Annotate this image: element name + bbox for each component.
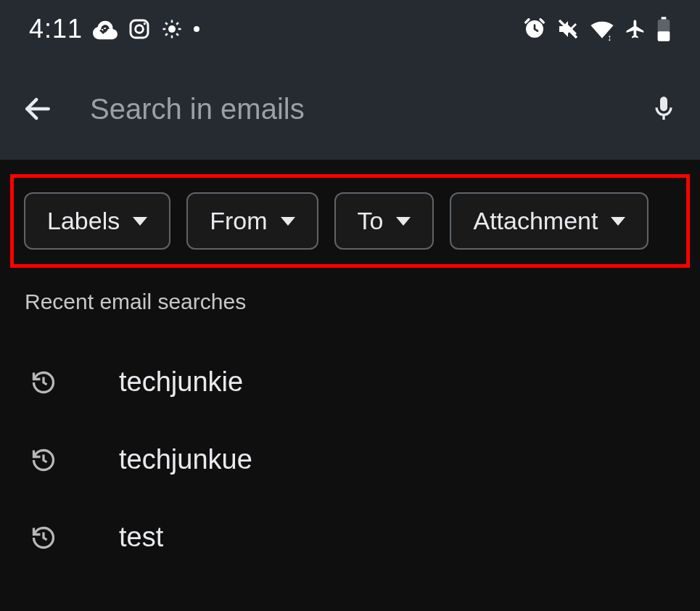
- mic-button[interactable]: [649, 91, 678, 126]
- svg-text:↕: ↕: [607, 32, 612, 41]
- recent-text: test: [119, 522, 163, 553]
- filter-label: To: [358, 207, 384, 235]
- alarm-icon: [523, 17, 546, 41]
- search-input[interactable]: [90, 93, 613, 126]
- filter-chip-to[interactable]: To: [334, 192, 435, 250]
- filter-chip-from[interactable]: From: [186, 192, 318, 250]
- recent-item[interactable]: techjunkie: [25, 343, 675, 421]
- svg-line-10: [165, 33, 168, 36]
- history-icon: [30, 369, 57, 395]
- recent-item[interactable]: techjunkue: [25, 421, 675, 499]
- recent-text: techjunkie: [119, 366, 243, 398]
- chevron-down-icon: [396, 217, 411, 226]
- svg-rect-18: [658, 31, 670, 41]
- history-icon: [30, 447, 57, 473]
- svg-line-9: [176, 33, 178, 36]
- status-right: ↕: [523, 17, 671, 41]
- recent-section: Recent email searches techjunkie techjun…: [0, 268, 700, 576]
- svg-point-2: [144, 22, 146, 25]
- status-bar: 4:11 ↕: [0, 0, 700, 58]
- chevron-down-icon: [611, 217, 625, 226]
- mute-icon: [556, 17, 580, 41]
- filter-chip-labels[interactable]: Labels: [24, 192, 170, 250]
- filter-label: Attachment: [473, 207, 598, 235]
- instagram-icon: [128, 17, 151, 41]
- svg-point-1: [136, 25, 144, 33]
- mic-icon: [649, 91, 678, 126]
- filter-row-highlight: Labels From To Attachment: [10, 174, 690, 268]
- svg-line-11: [176, 22, 178, 25]
- chevron-down-icon: [133, 217, 147, 226]
- airplane-icon: [625, 18, 646, 40]
- svg-rect-16: [662, 17, 667, 19]
- sun-icon: [161, 18, 183, 40]
- arrow-left-icon: [22, 93, 54, 125]
- recent-header: Recent email searches: [25, 290, 675, 314]
- cloud-sync-icon: [93, 17, 118, 41]
- filter-label: Labels: [47, 207, 120, 235]
- search-bar: [0, 58, 700, 160]
- status-left: 4:11: [29, 14, 200, 44]
- recent-item[interactable]: test: [25, 499, 675, 576]
- back-button[interactable]: [22, 93, 54, 125]
- wifi-icon: ↕: [590, 17, 614, 41]
- filter-label: From: [210, 207, 267, 235]
- svg-point-12: [194, 26, 199, 32]
- status-time: 4:11: [29, 14, 83, 44]
- svg-point-3: [168, 25, 176, 33]
- svg-line-8: [165, 22, 168, 25]
- chevron-down-icon: [281, 217, 295, 226]
- battery-icon: [656, 17, 671, 41]
- history-icon: [30, 525, 57, 551]
- filter-chip-attachment[interactable]: Attachment: [450, 192, 648, 250]
- dot-icon: [193, 25, 200, 33]
- recent-text: techjunkue: [119, 444, 252, 475]
- filter-row: Labels From To Attachment: [17, 192, 683, 250]
